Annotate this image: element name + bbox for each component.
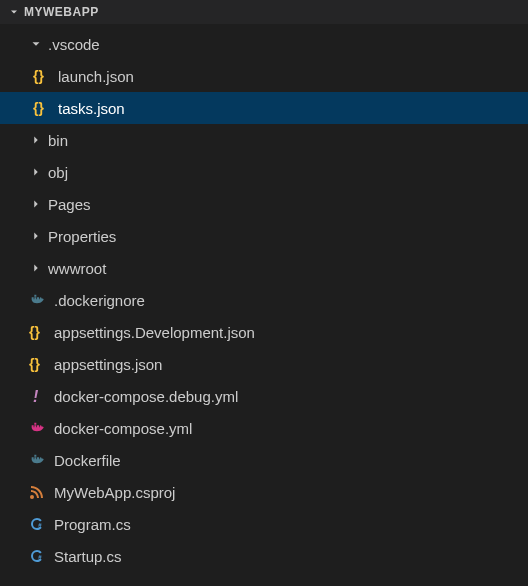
file-csproj[interactable]: MyWebApp.csproj — [0, 476, 528, 508]
folder-label: obj — [48, 164, 68, 181]
folder-pages[interactable]: Pages — [0, 188, 528, 220]
folder-label: bin — [48, 132, 68, 149]
file-appsettings[interactable]: {} appsettings.json — [0, 348, 528, 380]
file-label: appsettings.Development.json — [54, 324, 255, 341]
chevron-right-icon — [28, 260, 44, 276]
file-dockerfile[interactable]: Dockerfile — [0, 444, 528, 476]
svg-text:!: ! — [33, 388, 39, 404]
file-program-cs[interactable]: # Program.cs — [0, 508, 528, 540]
json-icon: {} — [28, 323, 46, 341]
svg-text:{}: {} — [29, 324, 40, 340]
docker-icon — [28, 451, 46, 469]
chevron-down-icon — [6, 4, 22, 20]
file-label: Dockerfile — [54, 452, 121, 469]
chevron-right-icon — [28, 132, 44, 148]
file-label: docker-compose.yml — [54, 420, 192, 437]
file-tree: .vscode {} launch.json {} tasks.json bin — [0, 24, 528, 572]
file-label: appsettings.json — [54, 356, 162, 373]
folder-label: Pages — [48, 196, 91, 213]
file-label: Startup.cs — [54, 548, 122, 565]
file-label: launch.json — [58, 68, 134, 85]
exclamation-icon: ! — [28, 387, 46, 405]
file-docker-compose[interactable]: docker-compose.yml — [0, 412, 528, 444]
folder-label: .vscode — [48, 36, 100, 53]
file-appsettings-dev[interactable]: {} appsettings.Development.json — [0, 316, 528, 348]
json-icon: {} — [32, 67, 50, 85]
svg-text:{}: {} — [29, 356, 40, 372]
file-label: MyWebApp.csproj — [54, 484, 175, 501]
chevron-right-icon — [28, 196, 44, 212]
chevron-down-icon — [28, 36, 44, 52]
file-label: docker-compose.debug.yml — [54, 388, 238, 405]
file-label: .dockerignore — [54, 292, 145, 309]
folder-label: wwwroot — [48, 260, 106, 277]
json-icon: {} — [32, 99, 50, 117]
file-startup-cs[interactable]: # Startup.cs — [0, 540, 528, 572]
file-launch-json[interactable]: {} launch.json — [0, 60, 528, 92]
section-header[interactable]: MYWEBAPP — [0, 0, 528, 24]
folder-properties[interactable]: Properties — [0, 220, 528, 252]
folder-wwwroot[interactable]: wwwroot — [0, 252, 528, 284]
section-title: MYWEBAPP — [24, 5, 99, 19]
file-label: tasks.json — [58, 100, 125, 117]
svg-text:#: # — [38, 522, 42, 528]
docker-icon — [28, 291, 46, 309]
explorer-panel: MYWEBAPP .vscode {} launch.json {} tasks… — [0, 0, 528, 586]
csharp-icon: # — [28, 515, 46, 533]
folder-obj[interactable]: obj — [0, 156, 528, 188]
svg-text:{}: {} — [33, 100, 44, 116]
csharp-icon: # — [28, 547, 46, 565]
svg-text:{}: {} — [33, 68, 44, 84]
file-label: Program.cs — [54, 516, 131, 533]
folder-vscode[interactable]: .vscode — [0, 28, 528, 60]
folder-label: Properties — [48, 228, 116, 245]
rss-icon — [28, 483, 46, 501]
folder-bin[interactable]: bin — [0, 124, 528, 156]
chevron-right-icon — [28, 228, 44, 244]
file-tasks-json[interactable]: {} tasks.json — [0, 92, 528, 124]
svg-text:#: # — [38, 554, 42, 560]
json-icon: {} — [28, 355, 46, 373]
docker-icon — [28, 419, 46, 437]
chevron-right-icon — [28, 164, 44, 180]
file-dockerignore[interactable]: .dockerignore — [0, 284, 528, 316]
file-docker-compose-debug[interactable]: ! docker-compose.debug.yml — [0, 380, 528, 412]
